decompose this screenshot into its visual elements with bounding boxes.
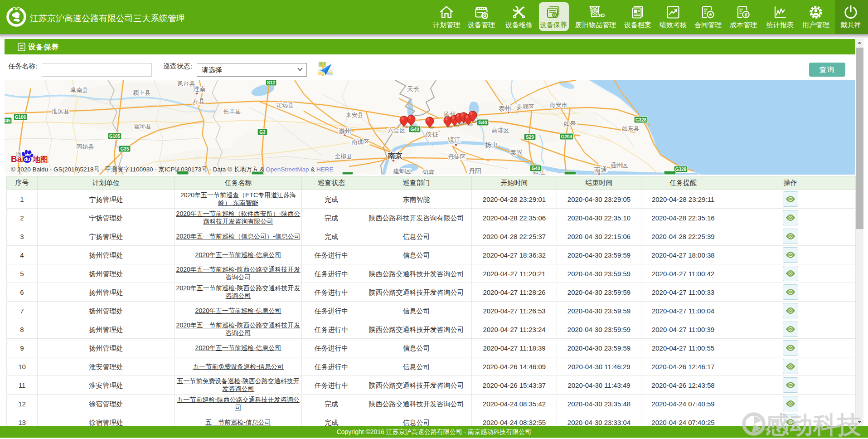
svg-text:南谯区: 南谯区 <box>352 138 369 145</box>
svg-text:霍邱县: 霍邱县 <box>134 123 152 130</box>
svg-text:G328: G328 <box>675 167 687 172</box>
svg-text:通州区: 通州区 <box>611 162 628 169</box>
svg-text:G204: G204 <box>561 134 572 139</box>
svg-text:S29: S29 <box>526 135 534 140</box>
svg-text:G106: G106 <box>15 115 26 120</box>
svg-text:丹徒区: 丹徒区 <box>448 153 466 160</box>
svg-text:淮南: 淮南 <box>193 85 206 93</box>
svg-text:泰州: 泰州 <box>499 105 511 112</box>
svg-text:345: 345 <box>5 118 11 123</box>
svg-text:固始县: 固始县 <box>77 143 94 150</box>
svg-text:凤台县: 凤台县 <box>178 80 195 87</box>
svg-text:G40: G40 <box>532 166 540 171</box>
svg-text:镇江: 镇江 <box>447 136 461 143</box>
svg-text:泰兴: 泰兴 <box>510 149 523 156</box>
svg-text:寿县: 寿县 <box>192 98 205 105</box>
svg-text:G35: G35 <box>121 146 129 151</box>
svg-text:颖上县: 颖上县 <box>133 89 151 96</box>
svg-text:南通: 南通 <box>594 166 607 173</box>
svg-text:来安县: 来安县 <box>346 112 364 118</box>
svg-text:G328: G328 <box>635 117 647 122</box>
svg-text:六合区: 六合区 <box>388 127 406 134</box>
svg-text:du: du <box>24 156 30 162</box>
svg-text:丹阳: 丹阳 <box>469 167 481 175</box>
svg-text:地图: 地图 <box>32 155 48 164</box>
svg-text:天长: 天长 <box>407 85 420 93</box>
svg-text:JH: JH <box>15 8 18 10</box>
svg-text:G105: G105 <box>109 134 121 139</box>
svg-text:¥: ¥ <box>744 12 747 18</box>
svg-text:滁州: 滁州 <box>338 127 351 135</box>
svg-text:长丰县: 长丰县 <box>223 108 241 115</box>
svg-text:如皋: 如皋 <box>563 120 577 127</box>
svg-text:G40: G40 <box>411 127 419 132</box>
svg-text:全椒县: 全椒县 <box>335 153 353 160</box>
svg-text:G3: G3 <box>259 130 266 135</box>
svg-text:定远县: 定远县 <box>276 102 294 108</box>
svg-text:阜南县: 阜南县 <box>71 87 88 93</box>
svg-text:句容: 句容 <box>422 169 435 175</box>
svg-text:姜堰区: 姜堰区 <box>517 103 534 110</box>
svg-text:S12: S12 <box>267 80 275 85</box>
svg-text:G40: G40 <box>479 120 487 125</box>
svg-text:如东县: 如东县 <box>622 125 640 132</box>
svg-text:仪征: 仪征 <box>425 131 438 138</box>
svg-text:海安市: 海安市 <box>550 102 567 108</box>
svg-text:高港区: 高港区 <box>492 127 509 134</box>
svg-text:建邺区: 建邺区 <box>393 168 411 175</box>
svg-text:© 2020 Baidu - GS(2019)5218号 -: © 2020 Baidu - GS(2019)5218号 - 甲测资字11009… <box>11 166 333 173</box>
svg-text:感动科技: 感动科技 <box>765 411 861 438</box>
svg-text:淮滨县: 淮滨县 <box>52 108 70 115</box>
svg-text:扬中: 扬中 <box>485 141 498 148</box>
svg-text:南京: 南京 <box>388 151 402 160</box>
